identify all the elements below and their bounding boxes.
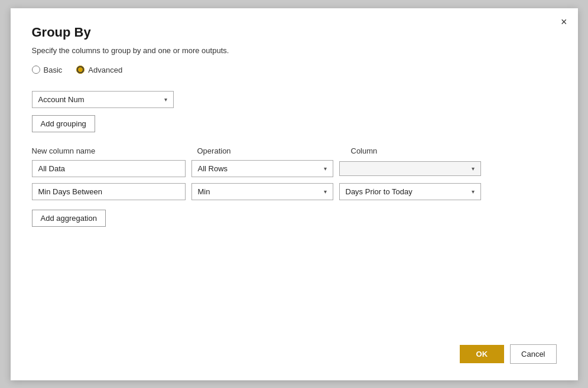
group-by-dialog: × Group By Specify the columns to group … [11, 8, 578, 380]
advanced-radio[interactable] [76, 66, 85, 74]
dialog-subtitle: Specify the columns to group by and one … [32, 46, 557, 55]
col1-header: New column name [32, 146, 191, 155]
account-num-value: Account Num [38, 95, 85, 104]
basic-radio[interactable] [32, 66, 40, 74]
basic-label: Basic [44, 66, 63, 74]
agg-row-2: Min ▾ Days Prior to Today ▾ [32, 183, 557, 200]
dialog-footer: OK Cancel [460, 344, 557, 364]
dialog-title: Group By [32, 25, 557, 40]
cancel-button[interactable]: Cancel [510, 344, 556, 364]
operation-value-2: Min [198, 187, 210, 196]
new-column-name-1[interactable] [32, 160, 186, 177]
add-aggregation-button[interactable]: Add aggregation [32, 210, 106, 227]
column-dropdown-1[interactable]: ▾ [339, 161, 481, 176]
add-grouping-button[interactable]: Add grouping [32, 115, 95, 132]
column-dropdown-2[interactable]: Days Prior to Today ▾ [339, 183, 481, 200]
grouping-section: Account Num ▾ Add grouping [32, 91, 557, 132]
col2-header: Operation [197, 146, 345, 155]
new-column-name-2[interactable] [32, 183, 186, 200]
column-value-2: Days Prior to Today [346, 187, 412, 196]
col3-header: Column [351, 146, 493, 155]
agg-row-1: All Rows ▾ ▾ [32, 160, 557, 177]
operation-chevron-2: ▾ [324, 188, 327, 195]
radio-group: Basic Advanced [32, 66, 557, 74]
agg-headers: New column name Operation Column [32, 146, 557, 155]
aggregation-section: New column name Operation Column All Row… [32, 146, 557, 227]
operation-dropdown-2[interactable]: Min ▾ [191, 183, 333, 200]
account-num-dropdown[interactable]: Account Num ▾ [32, 91, 174, 108]
column-chevron-2: ▾ [472, 188, 475, 195]
advanced-label: Advanced [88, 66, 122, 74]
operation-value-1: All Rows [198, 164, 228, 173]
basic-radio-label[interactable]: Basic [32, 66, 63, 74]
column-chevron-1: ▾ [472, 165, 475, 172]
operation-dropdown-1[interactable]: All Rows ▾ [191, 160, 333, 177]
advanced-radio-label[interactable]: Advanced [76, 66, 122, 74]
account-num-chevron: ▾ [164, 96, 167, 103]
ok-button[interactable]: OK [460, 345, 505, 363]
operation-chevron-1: ▾ [324, 165, 327, 172]
close-button[interactable]: × [561, 17, 567, 27]
